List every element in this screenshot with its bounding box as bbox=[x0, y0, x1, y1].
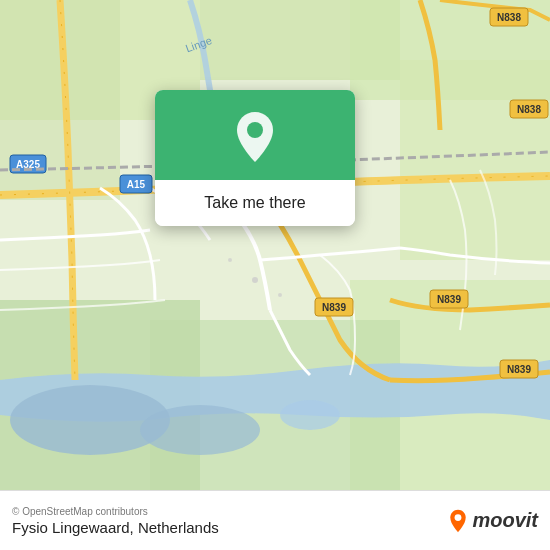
svg-text:N839: N839 bbox=[507, 364, 531, 375]
svg-point-11 bbox=[280, 400, 340, 430]
moovit-pin-icon bbox=[448, 509, 468, 533]
location-name: Fysio Lingewaard, Netherlands bbox=[12, 519, 219, 536]
map-background: A325 A15 N839 N839 N839 N839 N838 N838 L… bbox=[0, 0, 550, 490]
svg-point-31 bbox=[228, 258, 232, 262]
moovit-logo: moovit bbox=[448, 509, 538, 533]
copyright-text: © OpenStreetMap contributors bbox=[12, 506, 219, 517]
popup-icon-area bbox=[155, 90, 355, 180]
svg-text:N839: N839 bbox=[437, 294, 461, 305]
popup-card: Take me there bbox=[155, 90, 355, 226]
svg-point-29 bbox=[252, 277, 258, 283]
map-container: A325 A15 N839 N839 N839 N839 N838 N838 L… bbox=[0, 0, 550, 490]
location-pin-icon bbox=[233, 110, 277, 164]
svg-point-10 bbox=[140, 405, 260, 455]
svg-rect-5 bbox=[400, 60, 550, 260]
svg-text:A15: A15 bbox=[127, 179, 146, 190]
take-me-there-button[interactable]: Take me there bbox=[155, 180, 355, 226]
moovit-text: moovit bbox=[472, 509, 538, 532]
footer-left: © OpenStreetMap contributors Fysio Linge… bbox=[12, 506, 219, 536]
svg-point-32 bbox=[247, 122, 263, 138]
svg-point-30 bbox=[278, 293, 282, 297]
svg-text:N838: N838 bbox=[497, 12, 521, 23]
footer: © OpenStreetMap contributors Fysio Linge… bbox=[0, 490, 550, 550]
svg-text:N839: N839 bbox=[322, 302, 346, 313]
svg-text:N838: N838 bbox=[517, 104, 541, 115]
svg-point-33 bbox=[455, 514, 462, 521]
